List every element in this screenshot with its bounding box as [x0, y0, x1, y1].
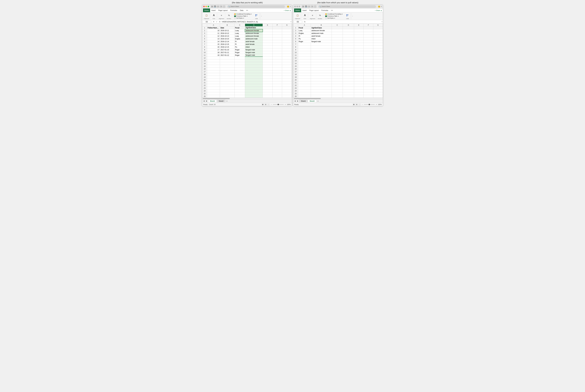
right-cell-ref[interactable]: D2	[294, 20, 302, 23]
tab-more[interactable]: >>	[245, 8, 250, 12]
redo-icon[interactable]: ↪	[220, 5, 222, 8]
cell-G2[interactable]	[282, 29, 292, 32]
right-cell-A1[interactable]: Focal	[298, 26, 311, 29]
add-sheet-button[interactable]: +	[226, 100, 228, 102]
right-col-header-B[interactable]: B	[311, 24, 332, 26]
cell-A1[interactable]: Follow Number	[207, 26, 220, 29]
right-sheet-next-button[interactable]: ▶	[296, 100, 299, 102]
right-zoom-plus-icon[interactable]: +	[376, 104, 377, 105]
sidebar-toggle-icon[interactable]: ⊞	[302, 5, 304, 8]
page-break-view-button[interactable]: ▤	[264, 103, 267, 106]
more-icons[interactable]: ⋯	[314, 5, 316, 8]
left-formula-input[interactable]: =INDEX(Sheet2!B:B, MATCH(C2, Sheet2!A:A,…	[222, 21, 290, 23]
tab-data[interactable]: Data	[238, 8, 245, 12]
redo-icon[interactable]: ↪	[311, 5, 313, 8]
undo-icon[interactable]: ↩	[217, 5, 219, 8]
cell-F2[interactable]	[272, 29, 282, 32]
right-cell-B1[interactable]: AgeSexClass	[311, 26, 332, 29]
cell-E2[interactable]	[263, 29, 272, 32]
formula-dropdown[interactable]: ▾	[290, 21, 291, 22]
left-grid-container[interactable]: A B C D E F G 1 Follow Number Date	[202, 24, 292, 98]
right-add-sheet-button[interactable]: +	[317, 100, 320, 102]
confirm-formula-button[interactable]: ✓	[216, 20, 218, 23]
right-horizontal-scrollbar[interactable]	[293, 98, 383, 99]
left-cell-ref[interactable]: D2	[203, 20, 211, 23]
cell-E1[interactable]	[263, 26, 272, 29]
save-icon[interactable]: 💾	[214, 5, 216, 8]
col-header-E[interactable]: E	[263, 24, 272, 26]
undo-icon[interactable]: ↩	[308, 5, 310, 8]
cell-styles-button[interactable]: Cell Styles ▾	[234, 17, 252, 19]
right-fx-button[interactable]: fx	[304, 20, 306, 23]
tab-formulas[interactable]: Formulas	[320, 8, 330, 12]
sheet-prev-button[interactable]: ◀	[203, 100, 205, 102]
col-header-F[interactable]: F	[272, 24, 282, 26]
left-horizontal-scrollbar[interactable]	[202, 98, 292, 99]
right-sheet-tab-sheet1[interactable]: Sheet1	[299, 100, 308, 102]
page-layout-view-button[interactable]: ▢	[267, 103, 270, 106]
zoom-minus-icon[interactable]: −	[271, 104, 272, 105]
format-as-table-button[interactable]: Format as Table ▾	[234, 15, 252, 17]
right-sheet-prev-button[interactable]: ◀	[294, 100, 296, 102]
tab-insert[interactable]: Insert	[301, 8, 308, 12]
col-header-B[interactable]: B	[220, 24, 234, 26]
left-scroll-thumb[interactable]	[203, 98, 230, 99]
alignment-button[interactable]: ≡	[310, 14, 315, 17]
tab-home[interactable]: Home	[203, 8, 210, 12]
right-share-button[interactable]: + Share ▲	[375, 10, 382, 11]
tab-insert[interactable]: Insert	[210, 8, 217, 12]
right-cell-styles-button[interactable]: Cell Styles ▾	[325, 17, 343, 19]
sheet-tab-sheet1[interactable]: Sheet1	[208, 100, 217, 102]
right-col-header-D[interactable]: D	[343, 24, 354, 26]
right-zoom-minus-icon[interactable]: −	[362, 104, 363, 105]
right-page-layout-view-button[interactable]: ▢	[358, 103, 361, 106]
cell-C1[interactable]: Focal	[234, 26, 245, 29]
normal-view-button[interactable]: ▦	[262, 103, 264, 106]
right-formula-dropdown[interactable]: ▾	[382, 21, 382, 22]
right-normal-view-button[interactable]: ▦	[352, 103, 355, 106]
minimize-button[interactable]	[296, 6, 298, 7]
fx-button[interactable]: fx	[218, 20, 221, 23]
cell-B1[interactable]: Date	[220, 26, 234, 29]
right-col-header-F[interactable]: F	[364, 24, 373, 26]
maximize-button[interactable]	[299, 6, 300, 7]
clipboard-button[interactable]: 📋	[295, 14, 300, 17]
cell-F1[interactable]	[272, 26, 282, 29]
right-search-bar[interactable]: 🔍 Search Sheet	[318, 5, 376, 8]
tab-page-layout[interactable]: Page Layout	[308, 8, 320, 12]
zoom-slider[interactable]	[273, 104, 284, 105]
left-search-bar[interactable]: 🔍 Search Sheet	[227, 5, 285, 8]
zoom-plus-icon[interactable]: +	[285, 104, 286, 105]
right-zoom-slider[interactable]	[364, 104, 375, 105]
right-format-as-table-button[interactable]: Format as Table ▾	[325, 15, 343, 17]
col-header-A[interactable]: A	[207, 24, 220, 26]
cell-C2[interactable]: Luaq	[234, 29, 245, 32]
tab-formulas[interactable]: Formulas	[229, 8, 238, 12]
minimize-button[interactable]	[206, 6, 207, 7]
right-grid-container[interactable]: A B C D E F G 1 Focal AgeSexClass	[293, 24, 383, 98]
right-expand-ribbon-button[interactable]: ›	[352, 13, 354, 19]
share-button[interactable]: + Share ▲	[284, 10, 291, 11]
cells-button[interactable]	[254, 14, 259, 17]
number-button[interactable]: %	[227, 14, 231, 17]
sheet-tab-sheet2[interactable]: Sheet2	[217, 100, 225, 102]
save-icon[interactable]: 💾	[305, 5, 307, 8]
col-header-C[interactable]: C	[234, 24, 245, 26]
clipboard-button[interactable]: 📋	[204, 14, 208, 17]
conditional-formatting-button[interactable]: Conditional Formatting ▾	[234, 13, 252, 15]
number-button[interactable]: %	[318, 14, 322, 17]
cell-D2[interactable]: adolescent female	[245, 29, 262, 32]
right-col-header-G[interactable]: G	[373, 24, 383, 26]
cancel-formula-button[interactable]: ✕	[212, 20, 215, 23]
sidebar-toggle-icon[interactable]: ⊞	[211, 5, 213, 8]
right-col-header-A[interactable]: A	[298, 24, 311, 26]
font-button[interactable]: A	[212, 14, 216, 17]
zoom-thumb[interactable]	[278, 104, 279, 105]
alignment-button[interactable]: ≡	[219, 14, 224, 17]
font-button[interactable]: A	[303, 14, 307, 17]
right-sheet-tab-sheet2[interactable]: Sheet2	[308, 100, 316, 102]
cell-D1[interactable]: AgeSexClass	[245, 26, 262, 29]
col-header-G[interactable]: G	[282, 24, 292, 26]
maximize-button[interactable]	[208, 6, 209, 7]
col-header-D[interactable]: D	[245, 24, 262, 26]
